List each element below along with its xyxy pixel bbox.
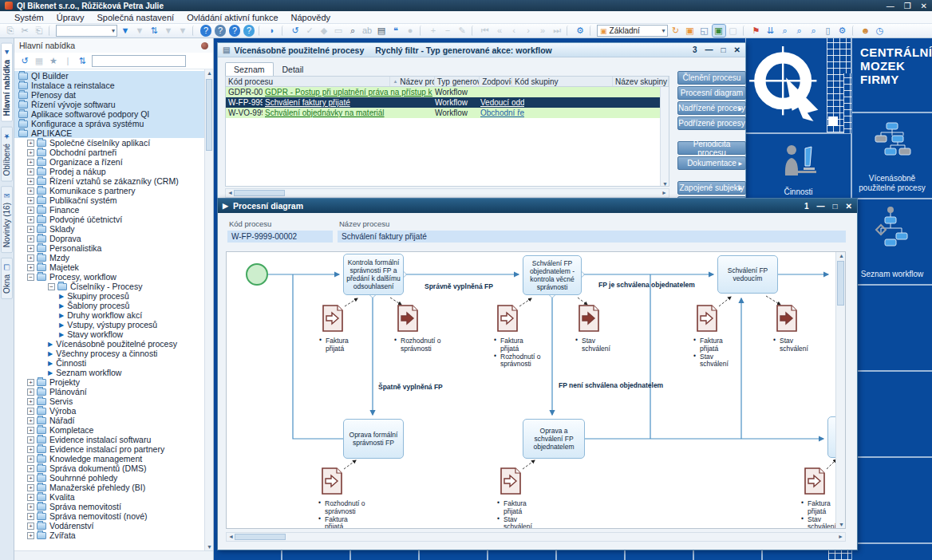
expand-icon[interactable]: [27, 388, 34, 396]
toolbar-icon[interactable]: ⌕: [346, 25, 359, 37]
minimize-button[interactable]: —: [705, 45, 713, 54]
tree-item[interactable]: ▶ Společné číselníky aplikací: [14, 138, 213, 148]
toolbar-icon[interactable]: ⎘: [4, 25, 17, 37]
maximize-button[interactable]: □: [721, 45, 726, 54]
menu-item[interactable]: Společná nastavení: [91, 13, 181, 22]
tree-toolbar-icon[interactable]: ▦: [33, 55, 45, 66]
expand-icon[interactable]: [27, 398, 34, 405]
expand-icon[interactable]: [27, 149, 34, 156]
tree-item[interactable]: ▶ Manažerské přehledy (BI): [14, 483, 213, 492]
toolbar-icon[interactable]: ▤: [375, 25, 388, 37]
tree-item[interactable]: ▶ APLIKACE: [14, 128, 213, 138]
toolbar-icon[interactable]: ⏭: [551, 25, 563, 37]
document-node[interactable]: Stav schválení: [776, 305, 832, 353]
tree-item[interactable]: ▶ Finance: [14, 205, 213, 215]
menu-item[interactable]: Nápovědy: [285, 13, 338, 22]
action-button[interactable]: Členění procesu: [677, 71, 746, 85]
expand-icon[interactable]: [27, 245, 34, 252]
expand-icon[interactable]: [27, 254, 34, 262]
sidebar-tab[interactable]: Oblíbené ★: [1, 127, 13, 182]
globe-icon[interactable]: [201, 42, 208, 49]
expand-icon[interactable]: [27, 465, 34, 472]
toolbar-icon[interactable]: ☻: [859, 25, 872, 37]
scroll-thumb[interactable]: [235, 534, 286, 540]
scroll-up-icon[interactable]: ▲: [207, 70, 212, 76]
toolbar-icon[interactable]: ▼: [119, 25, 132, 37]
tree-toolbar-icon[interactable]: ↺: [18, 55, 31, 66]
expand-icon[interactable]: [27, 523, 34, 530]
tree-item[interactable]: ▶ Evidence instalací pro partnery: [14, 444, 213, 454]
expand-icon[interactable]: [27, 264, 34, 271]
scroll-thumb[interactable]: [234, 190, 285, 196]
app-close-button[interactable]: ✕: [921, 2, 927, 10]
menu-item[interactable]: Úpravy: [50, 13, 91, 22]
tree-item[interactable]: ▶ Mzdy: [14, 253, 213, 262]
toolbar-icon[interactable]: ❝: [389, 25, 402, 37]
toolbar-icon[interactable]: ⚑: [750, 25, 763, 37]
column-header[interactable]: Zodpovídá: [480, 77, 512, 86]
toolbar-icon[interactable]: »: [536, 25, 549, 37]
expand-icon[interactable]: [27, 379, 34, 386]
toolbar-icon[interactable]: [192, 26, 196, 36]
tree-item[interactable]: ▶ Vícenásobně použitelné procesy: [14, 339, 213, 349]
tile-cinnosti[interactable]: Činnosti: [746, 134, 851, 202]
close-button[interactable]: ✕: [846, 202, 852, 211]
toolbar-icon[interactable]: ▣: [713, 25, 725, 37]
tree-item[interactable]: ▶ Konfigurace a správa systému: [14, 119, 213, 128]
toolbar-icon[interactable]: ↻: [669, 25, 682, 37]
toolbar-icon[interactable]: ?: [199, 25, 212, 37]
toolbar-icon[interactable]: ⇅: [148, 25, 160, 37]
toolbar-icon[interactable]: ●: [404, 25, 417, 37]
tree-item[interactable]: ▶ Podvojné účetnictví: [14, 215, 213, 224]
tree-scrollbar[interactable]: ▲ ▼: [204, 69, 213, 550]
column-header[interactable]: Kód skupiny: [512, 77, 613, 86]
expand-icon[interactable]: [27, 207, 34, 214]
tree-search-input[interactable]: [92, 55, 186, 67]
toolbar-icon[interactable]: ⚙: [574, 25, 586, 37]
expand-icon[interactable]: [27, 503, 34, 511]
expand-icon[interactable]: [27, 446, 34, 453]
tree-item[interactable]: ▶ Procesy, workflow: [14, 272, 213, 282]
document-node[interactable]: Stav schválení: [579, 305, 634, 353]
tile-vpp[interactable]: Vícenásobně použitelné procesy: [852, 113, 932, 198]
action-button[interactable]: Nadřízené procesy: [677, 101, 746, 115]
toolbar-icon[interactable]: ›: [522, 25, 535, 37]
toolbar-icon[interactable]: ▼: [176, 25, 189, 37]
scroll-down-icon[interactable]: ▼: [207, 544, 212, 550]
toolbar-icon[interactable]: ‹: [507, 25, 520, 37]
menu-item[interactable]: Ovládání aktivní funkce: [180, 13, 284, 22]
table-row[interactable]: GDPR-001GDPR - Postup při uplatnění práv…: [226, 87, 669, 97]
expand-icon[interactable]: [27, 417, 34, 424]
tree-item[interactable]: ▶ Správa nemovitostí (nové): [14, 511, 213, 521]
scroll-left-icon[interactable]: ◄: [228, 534, 234, 539]
toolbar-icon[interactable]: [567, 26, 571, 36]
tree-item[interactable]: ▶ Prodej a nákup: [14, 167, 213, 176]
action-button[interactable]: Zapojené subjekty: [677, 181, 746, 195]
toolbar-icon[interactable]: [56, 25, 117, 37]
document-node[interactable]: Faktura přijatá Stav schválení: [804, 467, 836, 528]
scroll-thumb[interactable]: [837, 261, 844, 306]
expand-icon[interactable]: [27, 532, 34, 539]
toolbar-icon[interactable]: ▣Základní: [597, 25, 668, 37]
toolbar-icon[interactable]: ▭: [332, 25, 345, 37]
document-node[interactable]: Faktura přijatá Stav schválení: [697, 305, 752, 369]
expand-icon[interactable]: [27, 475, 34, 482]
toolbar-icon[interactable]: ↺: [289, 25, 302, 37]
tree-item[interactable]: ▶ Všechny procesy a činnosti: [14, 349, 213, 358]
tree-item[interactable]: ▶ Knowledge management: [14, 454, 213, 463]
app-restore-button[interactable]: ❐: [904, 2, 911, 10]
expand-icon[interactable]: [27, 235, 34, 243]
tree-item[interactable]: ▶ Publikační systém: [14, 195, 213, 205]
toolbar-icon[interactable]: ?: [228, 25, 241, 37]
action-button[interactable]: Periodicita procesu: [677, 141, 746, 155]
document-node[interactable]: Faktura přijatá Stav schválení: [500, 467, 556, 528]
tree-item[interactable]: ▶ Číselníky - Procesy: [14, 282, 213, 291]
document-node[interactable]: Faktura přijatá: [322, 305, 378, 353]
tree-item[interactable]: ▶ Správa dokumentů (DMS): [14, 463, 213, 473]
expand-icon[interactable]: [27, 436, 34, 444]
toolbar-icon[interactable]: ▣: [684, 25, 697, 37]
column-header[interactable]: Kód procesu: [226, 77, 390, 86]
process-task-node[interactable]: Oprava formální správnosti FP: [343, 419, 404, 459]
document-node[interactable]: Rozhodnutí o správnosti: [397, 305, 453, 353]
scroll-left-icon[interactable]: ◄: [227, 190, 233, 195]
